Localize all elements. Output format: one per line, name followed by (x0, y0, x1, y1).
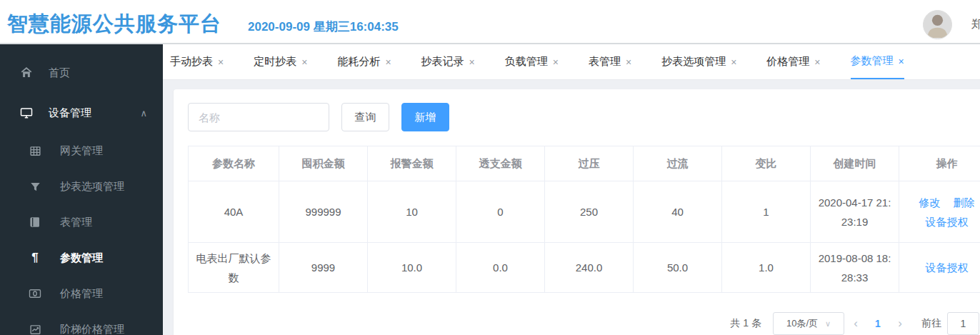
cell-created-time: 2019-08-08 18:28:33 (811, 243, 899, 293)
sidebar-item-label: 设备管理 (49, 106, 91, 120)
sidebar-item-label: 网关管理 (60, 144, 103, 158)
cell-alarm-amount: 10.0 (368, 243, 456, 293)
col-header-ratio: 变比 (722, 146, 811, 181)
close-icon[interactable]: × (899, 56, 904, 67)
sidebar-item-label: 抄表选项管理 (60, 180, 124, 194)
tab-scheduled-reading[interactable]: 定时抄表 × (254, 44, 307, 79)
sidebar: 首页 设备管理 ∧ 网关管理 (0, 44, 163, 335)
close-icon[interactable]: × (218, 56, 224, 68)
tab-meter-options-mgmt[interactable]: 抄表选项管理 × (661, 44, 736, 79)
cell-param-name: 电表出厂默认参数 (189, 243, 279, 293)
cell-overvoltage: 250 (545, 181, 634, 243)
close-icon[interactable]: × (469, 56, 475, 68)
prev-page-button[interactable]: ‹ (844, 316, 867, 331)
sidebar-item-gateway-mgmt[interactable]: 网关管理 (0, 133, 163, 169)
sidebar-item-label: 阶梯价格管理 (60, 323, 124, 335)
chevron-up-icon[interactable]: ∧ (140, 108, 147, 119)
device-auth-link[interactable]: 设备授权 (926, 258, 969, 277)
book-icon (29, 216, 41, 229)
tab-load-mgmt[interactable]: 负载管理 × (505, 44, 559, 79)
tab-energy-analysis[interactable]: 能耗分析 × (337, 44, 391, 79)
sidebar-item-label: 价格管理 (60, 287, 103, 301)
close-icon[interactable]: × (814, 56, 820, 68)
chart-icon (29, 323, 41, 335)
pilcrow-icon: ¶ (29, 251, 41, 264)
tab-manual-reading[interactable]: 手动抄表 × (170, 44, 224, 79)
sidebar-item-device-mgmt[interactable]: 设备管理 ∧ (0, 93, 163, 133)
sidebar-item-label: 参数管理 (60, 251, 103, 265)
chevron-down-icon: ∨ (825, 319, 831, 329)
cell-overdraft-amount: 0 (456, 181, 545, 243)
tab-label: 抄表记录 (421, 55, 464, 69)
sidebar-submenu: 网关管理 抄表选项管理 表管理 (0, 133, 163, 335)
tab-param-mgmt[interactable]: 参数管理 × (851, 44, 904, 79)
close-icon[interactable]: × (385, 56, 391, 68)
sidebar-item-meter-options-mgmt[interactable]: 抄表选项管理 (0, 169, 163, 204)
tab-label: 定时抄表 (254, 55, 296, 69)
tab-label: 抄表选项管理 (661, 55, 726, 69)
user-area[interactable]: 郑 (923, 10, 980, 39)
cell-alarm-amount: 10 (368, 181, 456, 243)
col-header-param-name: 参数名称 (189, 146, 279, 181)
toolbar: 查询 新增 (188, 103, 449, 131)
tab-label: 价格管理 (766, 55, 809, 69)
add-button[interactable]: 新增 (401, 103, 449, 131)
sidebar-item-price-mgmt[interactable]: 价格管理 (0, 276, 163, 311)
avatar-person-icon (924, 10, 951, 39)
tab-price-mgmt[interactable]: 价格管理 × (766, 44, 820, 79)
sidebar-item-tier-price-mgmt[interactable]: 阶梯价格管理 (0, 311, 163, 335)
tab-label: 负载管理 (505, 55, 548, 69)
device-auth-link[interactable]: 设备授权 (926, 212, 969, 231)
cell-actions: 设备授权 (899, 243, 980, 293)
cell-stock-amount: 9999 (279, 243, 368, 293)
app-root: 智慧能源公共服务平台 2020-09-09 星期三16:04:35 郑 首页 (0, 0, 980, 335)
close-icon[interactable]: × (301, 56, 307, 68)
close-icon[interactable]: × (553, 56, 559, 68)
close-icon[interactable]: × (731, 56, 736, 68)
next-page-button[interactable]: › (889, 316, 911, 331)
home-icon (20, 66, 33, 79)
query-button[interactable]: 查询 (341, 103, 389, 131)
app-header: 智慧能源公共服务平台 2020-09-09 星期三16:04:35 郑 (0, 0, 980, 44)
sidebar-item-home[interactable]: 首页 (0, 53, 163, 93)
page-number[interactable]: 1 (867, 318, 889, 329)
cell-overcurrent: 40 (634, 181, 722, 243)
goto-label: 前往 (921, 317, 941, 330)
sidebar-item-label: 表管理 (60, 216, 92, 229)
money-icon (29, 287, 41, 300)
tab-label: 能耗分析 (337, 55, 380, 69)
search-input[interactable] (188, 103, 329, 131)
sidebar-item-param-mgmt[interactable]: ¶ 参数管理 (0, 240, 163, 276)
col-header-actions: 操作 (899, 146, 980, 181)
delete-link[interactable]: 删除 (954, 193, 975, 212)
table-row: 电表出厂默认参数 9999 10.0 0.0 240.0 50.0 1.0 20… (189, 243, 980, 293)
user-name: 郑 (971, 17, 980, 32)
monitor-icon (20, 106, 33, 119)
close-icon[interactable]: × (626, 56, 631, 68)
cell-actions: 修改 删除 设备授权 (899, 181, 980, 243)
datetime-display: 2020-09-09 星期三16:04:35 (248, 19, 399, 35)
edit-link[interactable]: 修改 (919, 193, 941, 212)
avatar[interactable] (923, 10, 952, 39)
table-row: 40A 999999 10 0 250 40 1 2020-04-17 21:2… (189, 181, 980, 243)
col-header-stock-amount: 囤积金额 (279, 146, 368, 181)
tab-label: 参数管理 (851, 54, 894, 68)
cell-overdraft-amount: 0.0 (456, 243, 545, 293)
cell-created-time: 2020-04-17 21:23:19 (811, 181, 899, 243)
table-header-row: 参数名称 囤积金额 报警金额 透支金额 过压 过流 变比 创建时间 操作 (189, 146, 980, 181)
param-table: 参数名称 囤积金额 报警金额 透支金额 过压 过流 变比 创建时间 操作 40A… (188, 146, 980, 293)
page-size-value: 10条/页 (786, 317, 818, 330)
goto-page-input[interactable] (947, 312, 979, 335)
sidebar-item-meter-mgmt[interactable]: 表管理 (0, 204, 163, 240)
col-header-overcurrent: 过流 (634, 146, 722, 181)
tab-reading-records[interactable]: 抄表记录 × (421, 44, 475, 79)
grid-icon (29, 144, 41, 157)
col-header-created-time: 创建时间 (811, 146, 899, 181)
tab-bar: 手动抄表 × 定时抄表 × 能耗分析 × 抄表记录 × 负载管理 × 表管理 ×… (163, 44, 980, 80)
tab-meter-mgmt[interactable]: 表管理 × (589, 44, 631, 79)
cell-overvoltage: 240.0 (545, 243, 634, 293)
sidebar-item-label: 首页 (49, 66, 70, 80)
page-size-select[interactable]: 10条/页 ∨ (773, 312, 844, 335)
col-header-overdraft-amount: 透支金额 (456, 146, 545, 181)
page-title: 智慧能源公共服务平台 (7, 10, 221, 39)
